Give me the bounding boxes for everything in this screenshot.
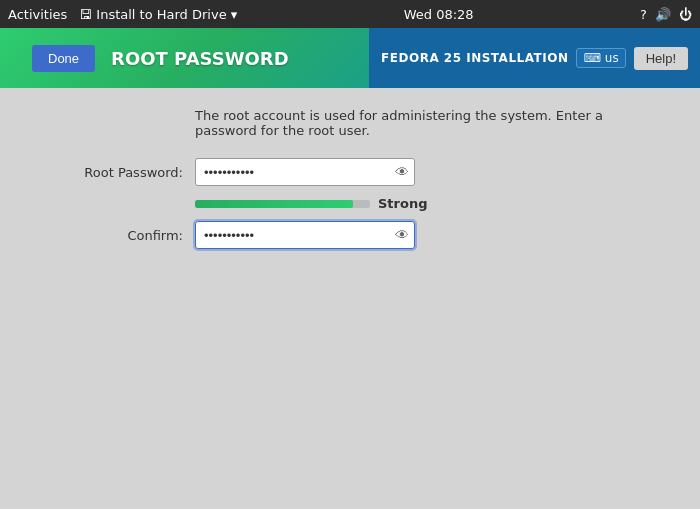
question-icon[interactable]: ? (640, 7, 647, 22)
install-label: Install to Hard Drive (96, 7, 226, 22)
install-icon: 🖫 (79, 7, 92, 22)
chevron-down-icon: ▾ (231, 7, 238, 22)
root-password-input-wrapper: 👁 (195, 158, 415, 186)
confirm-label: Confirm: (40, 228, 195, 243)
strength-label: Strong (378, 196, 427, 211)
strength-bar-container: Strong (195, 196, 660, 211)
strength-bar (195, 200, 370, 208)
help-button[interactable]: Help! (634, 47, 688, 70)
done-button[interactable]: Done (32, 45, 95, 72)
main-content: The root account is used for administeri… (0, 88, 700, 509)
app-header-left: Done ROOT PASSWORD (0, 28, 369, 88)
install-hard-drive-button[interactable]: 🖫 Install to Hard Drive ▾ (79, 7, 237, 22)
strength-fill (195, 200, 353, 208)
confirm-password-input-wrapper: 👁 (195, 221, 415, 249)
app-header-right: FEDORA 25 INSTALLATION ⌨ us Help! (369, 28, 700, 88)
root-password-input[interactable] (195, 158, 415, 186)
confirm-password-group: Confirm: 👁 (40, 221, 660, 249)
keyboard-indicator[interactable]: ⌨ us (576, 48, 625, 68)
power-icon[interactable]: ⏻ (679, 7, 692, 22)
system-bar: Activities 🖫 Install to Hard Drive ▾ Wed… (0, 0, 700, 28)
app-header: Done ROOT PASSWORD FEDORA 25 INSTALLATIO… (0, 28, 700, 88)
confirm-password-input[interactable] (195, 221, 415, 249)
system-clock: Wed 08:28 (404, 7, 474, 22)
description-text: The root account is used for administeri… (195, 108, 660, 138)
page-title: ROOT PASSWORD (111, 48, 289, 69)
root-password-label: Root Password: (40, 165, 195, 180)
show-password-icon[interactable]: 👁 (395, 164, 409, 180)
system-bar-right: ? 🔊 ⏻ (640, 7, 692, 22)
volume-icon[interactable]: 🔊 (655, 7, 671, 22)
root-password-group: Root Password: 👁 (40, 158, 660, 186)
system-bar-left: Activities 🖫 Install to Hard Drive ▾ (8, 7, 237, 22)
activities-button[interactable]: Activities (8, 7, 67, 22)
show-confirm-password-icon[interactable]: 👁 (395, 227, 409, 243)
fedora-installation-label: FEDORA 25 INSTALLATION (381, 51, 568, 65)
keyboard-lang: us (605, 51, 619, 65)
keyboard-icon: ⌨ (583, 51, 600, 65)
